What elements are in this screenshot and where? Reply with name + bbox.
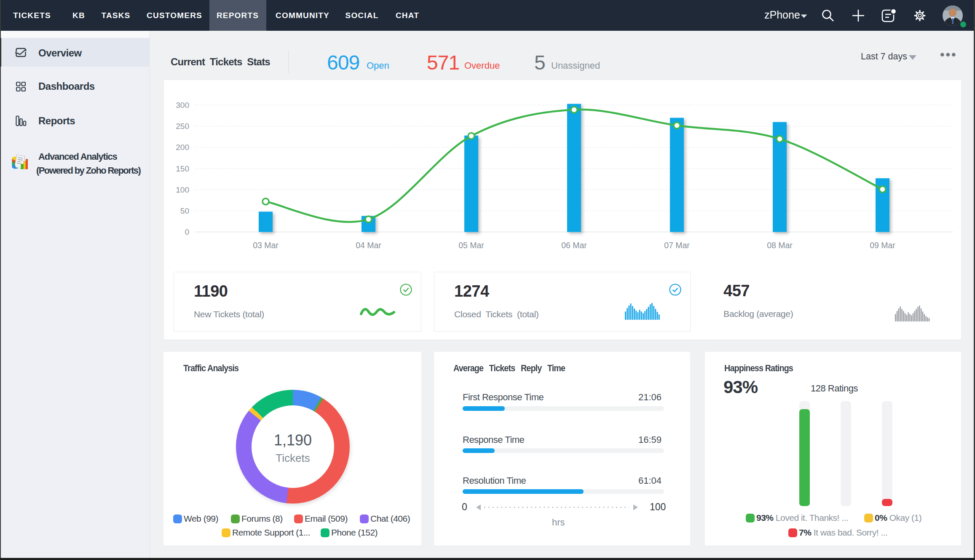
svg-text:03 Mar: 03 Mar <box>253 241 279 250</box>
svg-text:04 Mar: 04 Mar <box>356 241 381 250</box>
svg-text:0: 0 <box>185 228 189 236</box>
svg-text:07 Mar: 07 Mar <box>664 241 690 250</box>
svg-text:100: 100 <box>176 185 189 194</box>
svg-text:250: 250 <box>176 122 189 131</box>
svg-text:08 Mar: 08 Mar <box>767 241 793 250</box>
svg-text:150: 150 <box>176 164 189 173</box>
svg-text:200: 200 <box>176 143 189 152</box>
svg-text:09 Mar: 09 Mar <box>870 241 895 250</box>
svg-text:300: 300 <box>176 101 189 110</box>
svg-text:06 Mar: 06 Mar <box>561 241 587 250</box>
svg-text:50: 50 <box>180 206 189 215</box>
svg-text:05 Mar: 05 Mar <box>458 241 484 250</box>
